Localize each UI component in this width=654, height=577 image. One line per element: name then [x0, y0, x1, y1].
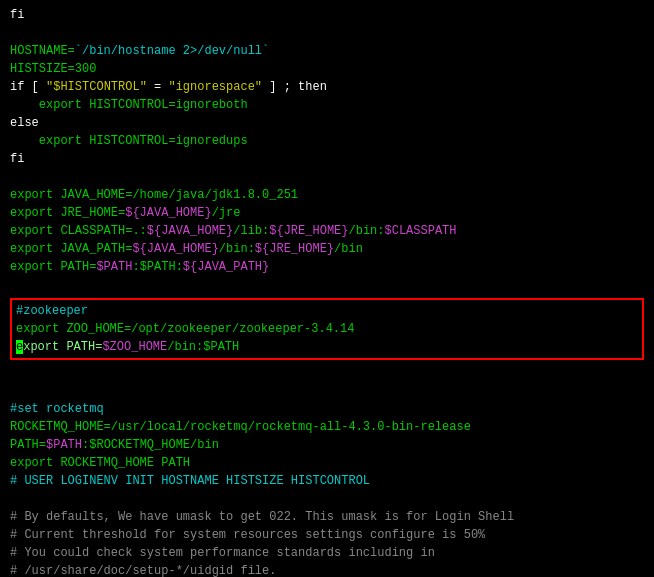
code-segment: =: [147, 80, 169, 94]
code-line: [10, 364, 644, 382]
code-segment: ROCKETMQ_HOME=/usr/local/rocketmq/rocket…: [10, 420, 471, 434]
code-segment: else: [10, 116, 39, 130]
code-line: export ZOO_HOME=/opt/zookeeper/zookeeper…: [16, 320, 638, 338]
code-segment: export HISTCONTROL=ignoreboth: [10, 98, 248, 112]
code-line: # USER LOGINENV INIT HOSTNAME HISTSIZE H…: [10, 472, 644, 490]
code-segment: $ZOO_HOME: [102, 340, 167, 354]
code-line: # By defaults, We have umask to get 022.…: [10, 508, 644, 526]
code-line: #set rocketmq: [10, 400, 644, 418]
zookeeper-highlight-box: #zookeeperexport ZOO_HOME=/opt/zookeeper…: [10, 298, 644, 360]
code-segment: fi: [10, 8, 24, 22]
code-line: export JRE_HOME=${JAVA_HOME}/jre: [10, 204, 644, 222]
code-line: export HISTCONTROL=ignoreboth: [10, 96, 644, 114]
code-segment: #zookeeper: [16, 304, 88, 318]
code-line: export JAVA_HOME=/home/java/jdk1.8.0_251: [10, 186, 644, 204]
code-segment: $CLASSPATH: [385, 224, 457, 238]
code-segment: if [: [10, 80, 46, 94]
code-line: export CLASSPATH=.:${JAVA_HOME}/lib:${JR…: [10, 222, 644, 240]
code-line: [10, 382, 644, 400]
code-segment: ${JAVA_HOME}: [125, 206, 211, 220]
code-segment: export JAVA_HOME=/home/java/jdk1.8.0_251: [10, 188, 298, 202]
code-segment: HISTSIZE=300: [10, 62, 96, 76]
code-segment: PATH=: [10, 438, 46, 452]
code-segment: /bin:$PATH: [167, 340, 239, 354]
code-segment: /lib:: [233, 224, 269, 238]
code-segment: export HISTCONTROL=ignoredups: [10, 134, 248, 148]
code-segment: $PATH: [96, 260, 132, 274]
code-segment: #set rocketmq: [10, 402, 104, 416]
code-segment: export ZOO_HOME=/opt/zookeeper/zookeeper…: [16, 322, 354, 336]
code-line: HISTSIZE=300: [10, 60, 644, 78]
code-segment: $PATH: [46, 438, 82, 452]
code-segment: # USER LOGINENV INIT HOSTNAME HISTSIZE H…: [10, 474, 370, 488]
code-segment: ${JAVA_HOME}: [147, 224, 233, 238]
code-segment: ${JRE_HOME}: [269, 224, 348, 238]
code-line: export PATH=$PATH:$PATH:${JAVA_PATH}: [10, 258, 644, 276]
code-line: ROCKETMQ_HOME=/usr/local/rocketmq/rocket…: [10, 418, 644, 436]
code-line: # You could check system performance sta…: [10, 544, 644, 562]
code-line: fi: [10, 6, 644, 24]
code-segment: # By defaults, We have umask to get 022.…: [10, 510, 514, 524]
code-line: PATH=$PATH:$ROCKETMQ_HOME/bin: [10, 436, 644, 454]
code-segment: xport PATH=: [23, 340, 102, 354]
code-segment: # /usr/share/doc/setup-*/uidgid file.: [10, 564, 276, 577]
code-segment: "ignorespace": [168, 80, 262, 94]
code-segment: ${JRE_HOME}: [255, 242, 334, 256]
code-segment: `/bin/hostname 2>/dev/null`: [75, 44, 269, 58]
code-line: export JAVA_PATH=${JAVA_HOME}/bin:${JRE_…: [10, 240, 644, 258]
code-segment: # You could check system performance sta…: [10, 546, 435, 560]
code-segment: export JRE_HOME=: [10, 206, 125, 220]
code-line: export PATH=$ZOO_HOME/bin:$PATH: [16, 338, 638, 356]
code-line: HOSTNAME=`/bin/hostname 2>/dev/null`: [10, 42, 644, 60]
code-segment: fi: [10, 152, 24, 166]
code-segment: HOSTNAME=: [10, 44, 75, 58]
code-segment: :$PATH:: [132, 260, 182, 274]
code-line: # Current threshold for system resources…: [10, 526, 644, 544]
code-line: [10, 276, 644, 294]
code-segment: export PATH=: [10, 260, 96, 274]
code-line: fi: [10, 150, 644, 168]
code-line: if [ "$HISTCONTROL" = "ignorespace" ] ; …: [10, 78, 644, 96]
code-segment: /jre: [212, 206, 241, 220]
code-segment: /bin:: [348, 224, 384, 238]
code-line: else: [10, 114, 644, 132]
code-segment: "$HISTCONTROL": [46, 80, 147, 94]
code-segment: ${JAVA_HOME}: [132, 242, 218, 256]
code-segment: ${JAVA_PATH}: [183, 260, 269, 274]
code-segment: export ROCKETMQ_HOME PATH: [10, 456, 190, 470]
code-segment: :$ROCKETMQ_HOME/bin: [82, 438, 219, 452]
code-line: export HISTCONTROL=ignoredups: [10, 132, 644, 150]
code-viewer: fi HOSTNAME=`/bin/hostname 2>/dev/null`H…: [0, 0, 654, 577]
code-line: [10, 168, 644, 186]
code-line: export ROCKETMQ_HOME PATH: [10, 454, 644, 472]
code-line: [10, 24, 644, 42]
code-line: # /usr/share/doc/setup-*/uidgid file.: [10, 562, 644, 577]
code-segment: export JAVA_PATH=: [10, 242, 132, 256]
code-segment: /bin:: [219, 242, 255, 256]
code-segment: export CLASSPATH=.:: [10, 224, 147, 238]
code-line: #zookeeper: [16, 302, 638, 320]
code-segment: ] ; then: [262, 80, 327, 94]
code-segment: /bin: [334, 242, 363, 256]
code-line: [10, 490, 644, 508]
code-segment: # Current threshold for system resources…: [10, 528, 485, 542]
